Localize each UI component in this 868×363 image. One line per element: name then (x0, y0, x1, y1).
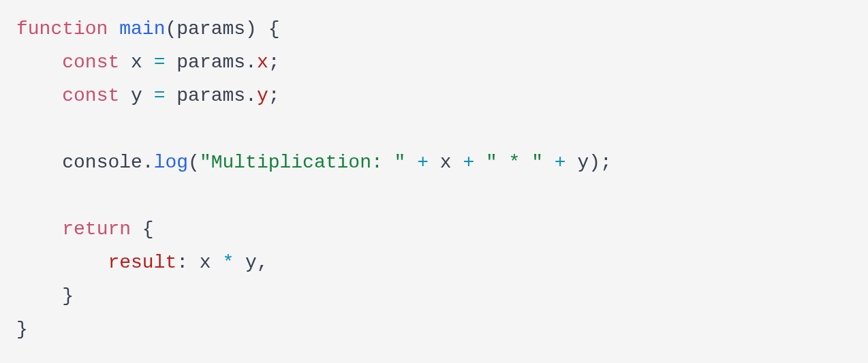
code-block: function main(params) { const x = params… (16, 12, 852, 346)
obj-params: params (165, 85, 245, 106)
op-plus: + (543, 152, 577, 173)
keyword-const: const (62, 85, 119, 106)
semicolon: ; (600, 152, 612, 173)
var-y: y (577, 152, 589, 173)
op-plus: + (452, 152, 486, 173)
var-x: x (188, 252, 222, 273)
op-star: * (222, 252, 234, 273)
obj-console: console (62, 152, 142, 173)
string-literal: "Multiplication: " (200, 152, 405, 173)
dot: . (245, 85, 257, 106)
var-x: x (119, 52, 153, 73)
code-line-8: result: x * y, (16, 252, 268, 273)
code-line-10: } (16, 319, 28, 340)
semicolon: ; (268, 52, 280, 73)
op-equals: = (154, 52, 166, 73)
code-line-3: const y = params.y; (16, 85, 280, 106)
indent (16, 152, 62, 173)
brace-open: { (131, 219, 154, 240)
paren-close: ) (589, 152, 600, 173)
paren-open: ( (165, 18, 176, 40)
var-x: x (440, 152, 452, 173)
dot: . (142, 152, 154, 173)
colon: : (176, 252, 188, 273)
keyword-return: return (62, 219, 131, 240)
fn-log: log (154, 152, 188, 173)
paren-open: ( (188, 152, 200, 173)
param-name: params (176, 18, 245, 40)
paren-close: ) (245, 18, 257, 40)
code-line-5: console.log("Multiplication: " + x + " *… (16, 152, 612, 173)
indent (16, 85, 62, 106)
op-plus: + (405, 152, 439, 173)
var-y: y (234, 252, 257, 273)
indent (16, 252, 108, 273)
keyword-const: const (62, 52, 119, 73)
brace-close: } (62, 285, 74, 306)
indent (16, 219, 62, 240)
var-y: y (119, 85, 153, 106)
comma: , (257, 252, 268, 273)
prop-result: result (108, 252, 176, 273)
prop-y: y (257, 85, 268, 106)
obj-params: params (165, 52, 245, 73)
dot: . (245, 52, 257, 73)
code-line-1: function main(params) { (16, 18, 280, 40)
keyword-function: function (16, 18, 108, 40)
code-line-7: return { (16, 219, 154, 240)
brace-close: } (16, 319, 28, 340)
indent (16, 52, 62, 73)
op-equals: = (154, 85, 166, 106)
brace-open: { (257, 18, 280, 40)
string-literal: " * " (486, 152, 543, 173)
indent (16, 285, 62, 306)
code-line-2: const x = params.x; (16, 52, 280, 73)
semicolon: ; (268, 85, 280, 106)
function-name: main (119, 18, 165, 40)
prop-x: x (257, 52, 268, 73)
code-line-9: } (16, 285, 74, 306)
